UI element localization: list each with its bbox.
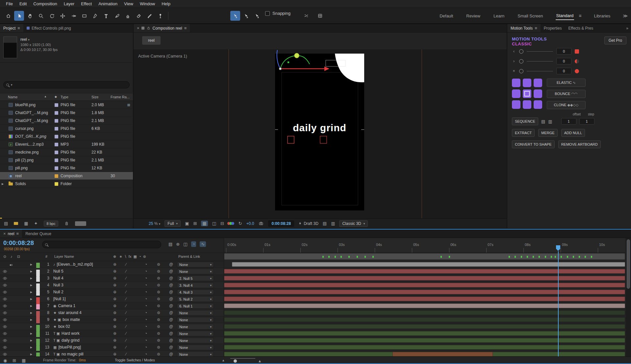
timeline-layer-track[interactable] — [224, 289, 625, 296]
layer-expand-icon[interactable]: ▶ — [30, 282, 32, 289]
slider-value-input[interactable]: 0 — [556, 58, 571, 64]
label-swatch[interactable] — [55, 158, 58, 162]
current-time-display[interactable]: 0:00:08:28 — [3, 239, 34, 247]
offset-value-input[interactable]: 1 — [561, 118, 576, 125]
layer-duration-bar[interactable] — [224, 276, 625, 280]
tab-effect-controls[interactable]: Effect Controls pill.png — [23, 24, 74, 32]
parent-link-select[interactable]: None▾ — [177, 262, 214, 267]
column-frame-rate[interactable]: Frame Ra... — [111, 95, 130, 99]
collapse-switch-icon[interactable]: ⊕ — [113, 289, 116, 296]
tab-project[interactable]: Project ≡ — [0, 24, 23, 32]
effects-switch-icon[interactable]: ⊚ — [157, 344, 160, 351]
view-layout-icon[interactable]: ▤ — [323, 221, 327, 226]
audio-on-icon[interactable] — [9, 261, 13, 268]
eye-icon[interactable] — [3, 309, 7, 316]
sequence-order-icon[interactable]: ▤ — [541, 119, 545, 124]
shy-layers-icon[interactable]: ⊕ — [176, 242, 180, 247]
panel-menu-icon[interactable]: ≡ — [16, 231, 19, 236]
workspace-overflow-icon[interactable]: ≫ — [623, 13, 628, 18]
orbit-camera-tool[interactable] — [47, 11, 57, 21]
layer-expand-icon[interactable]: ▶ — [30, 289, 32, 296]
timeline-layer-row[interactable]: ▶ 11 T ▣Hard work ⊕ ∕ ◔ ⊚ @ None▾ — [0, 330, 224, 337]
layer-name[interactable]: Null 3 — [53, 282, 110, 289]
timeline-layer-row[interactable]: ▶ 13 ▦[bluePill.png] ⊕ ∕ ◔ ⊚ @ None▾ — [0, 344, 224, 351]
expand-icon[interactable]: ▶ — [2, 180, 4, 188]
tab-motion-tools[interactable]: Motion Tools≡ — [507, 24, 541, 32]
collapse-switch-icon[interactable]: ⊕ — [113, 275, 116, 282]
quality-switch-icon[interactable]: ∕ — [126, 303, 126, 309]
preview-timecode[interactable]: 0:00:08:28 — [268, 220, 294, 227]
mask-visibility-icon[interactable]: ▦ — [201, 221, 208, 226]
track-camera-tool[interactable] — [58, 11, 67, 21]
panel-menu-icon[interactable]: ≡ — [184, 26, 187, 31]
project-item-row[interactable]: ♪ ElevenL...2.mp3 MP3 199 KB — [0, 140, 133, 148]
layer-expand-icon[interactable]: ▶ — [30, 261, 32, 268]
slider-mode-icon[interactable]: › — [512, 59, 516, 63]
project-item-name[interactable]: pill (2).png — [15, 156, 53, 164]
layer-name[interactable]: ★ ▣box matte — [53, 316, 110, 323]
parent-pickwhip-icon[interactable]: @ — [169, 303, 173, 309]
motion-blur-switch-icon[interactable]: ◔ — [145, 303, 147, 309]
layer-expand-icon[interactable]: ▶ — [30, 330, 32, 337]
project-item-row[interactable]: ChatGPT_...M.png PNG file 1.8 MB — [0, 109, 133, 117]
workspace-standard[interactable]: Standard — [556, 12, 574, 20]
puppet-pin-tool[interactable] — [155, 11, 165, 21]
toggle-switches-button[interactable]: Toggle Switches / Modes — [115, 358, 155, 362]
anchor-grid-cell[interactable] — [512, 79, 520, 87]
parent-link-select[interactable]: 3. Null 4▾ — [177, 282, 214, 288]
composition-viewport[interactable]: Active Camera (Camera 1) daily grind — [134, 49, 507, 218]
eye-icon[interactable] — [3, 330, 7, 337]
label-swatch[interactable] — [55, 127, 58, 131]
effects-switch-icon[interactable]: ⊚ — [157, 261, 160, 268]
motion-blur-switch-icon[interactable]: ◔ — [145, 261, 147, 268]
tab-render-queue[interactable]: Render Queue — [22, 230, 55, 238]
project-item-row[interactable]: ChatGPT_...M.png PNG file 2.1 MB — [0, 117, 133, 125]
timeline-layer-row[interactable]: ▶ 9 ★ ▣box matte ⊕ ∕ ◔ ⊚ @ None▾ — [0, 316, 224, 323]
layer-expand-icon[interactable]: ▶ — [30, 296, 32, 303]
quality-switch-icon[interactable]: ∕ — [126, 289, 126, 296]
timeline-layer-row[interactable]: ▶ 6 [Null 1] ⊕ ∕ ◔ ⊚ @ 5. Null 2▾ — [0, 296, 224, 303]
workspace-small-screen[interactable]: Small Screen — [517, 12, 543, 20]
add-null-button[interactable]: ADD NULL — [561, 129, 585, 137]
parent-pickwhip-icon[interactable]: @ — [169, 344, 173, 351]
new-folder-icon[interactable] — [14, 222, 18, 225]
motion-blur-switch-icon[interactable]: ◔ — [145, 282, 147, 289]
roto-brush-tool[interactable] — [144, 11, 154, 21]
lock-icon[interactable] — [146, 26, 151, 30]
scrollbar-thumb[interactable] — [627, 239, 630, 289]
menu-layer[interactable]: Layer — [61, 0, 78, 7]
timeline-layer-row[interactable]: ▶ 5 Null 2 ⊕ ∕ ◔ ⊚ @ 4. Null 3▾ — [0, 289, 224, 296]
search-options-icon[interactable]: ▾ — [11, 83, 13, 86]
timeline-layer-row[interactable]: ▶ 2 Null 5 ⊕ ∕ ◔ ⊚ @ None▾ — [0, 268, 224, 275]
layer-name[interactable]: Null 2 — [53, 289, 110, 296]
project-item-name[interactable]: ChatGPT_...M.png — [15, 109, 53, 117]
workspace-learn[interactable]: Learn — [493, 12, 505, 20]
layer-duration-bar[interactable] — [224, 345, 625, 350]
motion-blur-switch-icon[interactable]: ◔ — [145, 323, 147, 330]
renderer-select[interactable]: Classic 3D▾ — [339, 220, 368, 227]
panel-menu-icon[interactable]: ≡ — [17, 26, 20, 31]
region-of-interest-icon[interactable]: ▣ — [185, 221, 189, 226]
effects-switch-icon[interactable]: ⊚ — [157, 275, 160, 282]
anchor-grid-cell[interactable] — [523, 100, 531, 109]
layer-expand-icon[interactable]: ▶ — [30, 323, 32, 330]
collapse-switch-icon[interactable]: ⊕ — [113, 303, 116, 309]
label-swatch[interactable] — [55, 182, 58, 186]
collapse-switch-icon[interactable]: ⊕ — [113, 309, 116, 316]
quality-switch-icon[interactable]: ∕ — [126, 275, 126, 282]
parent-link-select[interactable]: 5. Null 2▾ — [177, 296, 214, 302]
timeline-layer-track[interactable] — [224, 344, 625, 351]
timeline-layer-track[interactable] — [224, 323, 625, 330]
motion-blur-switch-icon[interactable]: ◔ — [145, 344, 147, 351]
project-item-name[interactable]: ChatGPT_...M.png — [15, 117, 53, 125]
eye-icon[interactable] — [3, 268, 7, 275]
parent-pickwhip-icon[interactable]: @ — [169, 275, 173, 282]
quality-switch-icon[interactable]: ∕ — [126, 282, 126, 289]
slider-swatch-square[interactable] — [575, 49, 579, 54]
collapse-switch-icon[interactable]: ⊕ — [113, 316, 116, 323]
chevron-down-icon[interactable]: ▾ — [28, 38, 30, 41]
parent-link-select[interactable]: None▾ — [177, 338, 214, 343]
collapse-switch-icon[interactable]: ⊕ — [113, 323, 116, 330]
motion-blur-switch-icon[interactable]: ◔ — [145, 316, 147, 323]
view-axis-mode-button[interactable] — [252, 11, 262, 21]
